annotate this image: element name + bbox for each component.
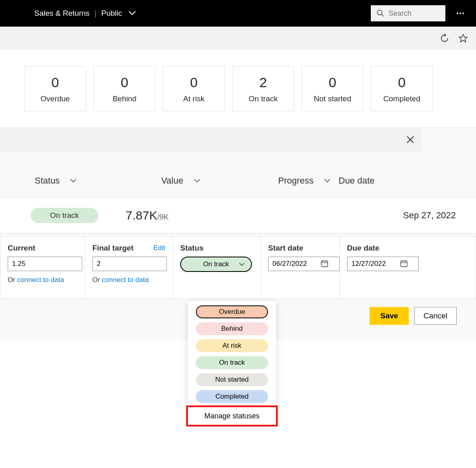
due-date-input[interactable] — [347, 257, 419, 271]
status-card-completed[interactable]: 0 Completed — [371, 66, 433, 111]
field-label: Final target — [92, 244, 133, 253]
column-header-progress[interactable]: Progress — [258, 176, 339, 186]
status-dropdown: Overdue Behind At risk On track Not star… — [188, 301, 276, 341]
field-label: Status — [180, 244, 204, 253]
card-count: 0 — [121, 75, 129, 90]
card-count: 0 — [398, 75, 406, 90]
form-col-start-date: Start date — [261, 236, 340, 299]
card-count: 2 — [260, 75, 267, 90]
form-col-status: Status On track — [173, 236, 261, 299]
status-card-overdue[interactable]: 0 Overdue — [24, 66, 86, 111]
edit-link[interactable]: Edit — [154, 244, 165, 252]
status-card-on-track[interactable]: 2 On track — [232, 66, 294, 111]
chevron-down-icon — [194, 179, 200, 183]
edit-form: Current Or connect to data Final target … — [0, 236, 476, 299]
status-card-not-started[interactable]: 0 Not started — [301, 66, 364, 111]
status-option-overdue[interactable]: Overdue — [196, 305, 268, 318]
close-icon[interactable] — [406, 136, 414, 144]
calendar-icon[interactable] — [400, 260, 407, 267]
visibility-label: Public — [101, 9, 122, 18]
breadcrumb[interactable]: Sales & Returns | Public — [34, 9, 136, 18]
status-select[interactable]: On track — [180, 257, 252, 272]
svg-point-0 — [377, 10, 382, 15]
field-label: Current — [8, 244, 35, 253]
svg-line-1 — [382, 15, 384, 17]
form-col-due-date: Due date — [340, 236, 419, 299]
search-box[interactable] — [371, 5, 445, 21]
breadcrumb-separator: | — [94, 9, 96, 18]
due-date-cell: Sep 27, 2022 — [403, 210, 456, 221]
svg-rect-8 — [401, 261, 407, 267]
card-count: 0 — [190, 75, 198, 90]
cancel-button[interactable]: Cancel — [414, 307, 457, 325]
field-label: Due date — [347, 244, 379, 253]
report-title: Sales & Returns — [34, 9, 89, 18]
card-label: Completed — [383, 94, 420, 103]
value-cell: 7.87K/9K — [126, 209, 169, 222]
connect-to-data-link[interactable]: connect to data — [17, 276, 64, 284]
search-input[interactable] — [389, 9, 437, 18]
connect-to-data-link[interactable]: connect to data — [102, 276, 149, 284]
more-options-button[interactable] — [457, 13, 464, 14]
card-label: Overdue — [41, 94, 70, 103]
card-label: Behind — [112, 94, 136, 103]
final-target-input[interactable] — [92, 257, 167, 271]
refresh-icon[interactable] — [440, 33, 449, 43]
form-col-current: Current Or connect to data — [0, 236, 85, 299]
column-header-status[interactable]: Status — [0, 176, 137, 186]
status-option-at-risk[interactable]: At risk — [196, 339, 268, 341]
card-count: 0 — [329, 75, 337, 90]
top-header: Sales & Returns | Public — [0, 0, 476, 27]
card-label: At risk — [183, 94, 205, 103]
save-button[interactable]: Save — [370, 307, 408, 325]
connect-text: Or connect to data — [8, 276, 77, 284]
toolbar — [0, 27, 476, 50]
chevron-down-icon — [70, 179, 77, 183]
card-label: On track — [249, 94, 278, 103]
panel-header — [0, 128, 422, 151]
status-option-behind[interactable]: Behind — [196, 322, 268, 335]
svg-rect-4 — [321, 261, 328, 267]
current-input[interactable] — [8, 257, 82, 271]
chevron-down-icon — [239, 263, 245, 266]
start-date-input[interactable] — [268, 257, 340, 271]
calendar-icon[interactable] — [321, 260, 328, 267]
card-label: Not started — [314, 94, 351, 103]
connect-text: Or connect to data — [92, 276, 165, 284]
favorite-star-icon[interactable] — [458, 33, 468, 43]
column-headers: Status Value Progress Due date — [0, 176, 476, 197]
card-count: 0 — [52, 75, 59, 90]
column-header-due-date[interactable]: Due date — [339, 176, 411, 186]
form-col-final-target: Final target Edit Or connect to data — [85, 236, 173, 299]
status-pill-on-track: On track — [31, 208, 98, 223]
goal-row[interactable]: On track 7.87K/9K Sep 27, 2022 — [0, 197, 476, 234]
chevron-down-icon — [129, 11, 136, 16]
column-header-value[interactable]: Value — [137, 176, 258, 186]
chevron-down-icon — [324, 179, 330, 183]
status-card-at-risk[interactable]: 0 At risk — [163, 66, 225, 111]
status-card-behind[interactable]: 0 Behind — [94, 66, 156, 111]
status-cards-row: 0 Overdue 0 Behind 0 At risk 2 On track … — [0, 50, 476, 128]
search-icon — [376, 9, 385, 17]
field-label: Start date — [268, 244, 303, 253]
